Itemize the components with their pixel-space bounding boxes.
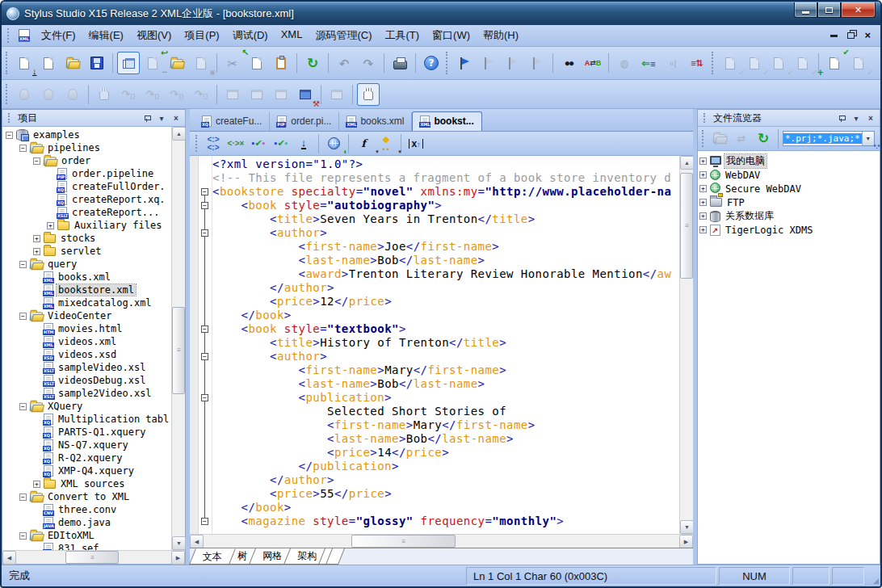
- project-tree-item[interactable]: −XQuery: [4, 400, 171, 413]
- project-tree-item[interactable]: −VideoCenter: [4, 309, 171, 322]
- project-tree-item[interactable]: −pipelines: [4, 141, 171, 154]
- panel-grip[interactable]: [8, 113, 12, 123]
- expand-icon[interactable]: +: [33, 248, 40, 255]
- project-tree-item[interactable]: videos.xsd: [4, 348, 171, 361]
- project-tree-item[interactable]: books.xml: [4, 271, 171, 284]
- menu-item[interactable]: 源码管理(C): [309, 26, 378, 45]
- project-tree-item[interactable]: XMP-Q4.xquery: [4, 464, 171, 477]
- project-tree-item[interactable]: createReport.xq.: [4, 193, 171, 206]
- minimize-button[interactable]: [794, 2, 817, 18]
- replace-button[interactable]: A⇄B: [582, 52, 604, 74]
- collapse-icon[interactable]: −: [19, 494, 27, 501]
- mdi-restore-icon[interactable]: [847, 32, 855, 39]
- project-tree-item[interactable]: −examples: [4, 128, 171, 141]
- editor-vertical-scrollbar[interactable]: ▲ ≡ ▼: [679, 156, 693, 534]
- project-tree-item[interactable]: +XML sources: [4, 477, 171, 490]
- fold-marker[interactable]: −: [201, 188, 208, 195]
- expand-icon[interactable]: +: [699, 185, 707, 192]
- open-button[interactable]: [61, 52, 84, 74]
- scroll-down-icon[interactable]: ▼: [680, 520, 694, 534]
- fold-marker[interactable]: −: [201, 353, 208, 360]
- project-tree-item[interactable]: sampleVideo.xsl: [4, 361, 171, 374]
- goto-definition-button[interactable]: ⇐≡: [637, 52, 660, 74]
- project-tree-item[interactable]: bookstore.xml: [4, 284, 171, 296]
- project-tree-horizontal-scrollbar[interactable]: ◀ ≡ ▶: [2, 550, 185, 564]
- project-tree-item[interactable]: three.conv: [4, 503, 171, 516]
- explorer-tree-item[interactable]: +FTP: [699, 195, 880, 209]
- scroll-right-icon[interactable]: ▶: [679, 535, 693, 548]
- project-tree-item[interactable]: order.pipeline: [4, 167, 171, 180]
- function-menu-button[interactable]: f▼: [353, 133, 374, 153]
- expand-icon[interactable]: +: [699, 171, 707, 178]
- project-tree-item[interactable]: createFullOrder.: [4, 180, 171, 193]
- menu-item[interactable]: 视图(V): [130, 26, 178, 45]
- preview-in-browser-button[interactable]: ◖: [323, 133, 344, 153]
- menu-item[interactable]: 文件(F): [35, 26, 82, 45]
- project-tree-item[interactable]: 831.sef: [4, 542, 171, 550]
- toggle-bookmark-button[interactable]: [453, 52, 476, 74]
- project-tree-item[interactable]: mixedcatalog.xml: [4, 296, 171, 309]
- mode-tab-文本[interactable]: 文本: [189, 548, 236, 565]
- pretty-print-button[interactable]: <:><:>: [203, 133, 224, 153]
- expand-icon[interactable]: +: [33, 235, 40, 242]
- menu-item[interactable]: XML: [275, 26, 309, 45]
- cascade-windows-button[interactable]: [117, 52, 140, 74]
- scroll-up-icon[interactable]: ▲: [172, 127, 186, 141]
- explorer-tree-item[interactable]: +关系数据库: [699, 209, 880, 223]
- menu-item[interactable]: 工具(T): [378, 26, 426, 45]
- save-dtd-button[interactable]: ↓: [293, 133, 314, 153]
- fold-marker[interactable]: −: [201, 326, 208, 333]
- project-tree-item[interactable]: −query: [4, 258, 171, 271]
- editor-horizontal-scrollbar[interactable]: ◀ ≡ ▶: [190, 534, 693, 548]
- menu-item[interactable]: 编辑(E): [82, 26, 130, 45]
- project-tree-item[interactable]: −order: [4, 154, 171, 167]
- toolbar-grip[interactable]: [446, 52, 450, 74]
- toolbar-grip[interactable]: [7, 28, 11, 43]
- project-tree-item[interactable]: demo.java: [4, 516, 171, 529]
- project-tree-item[interactable]: Multiplication tabl: [4, 413, 171, 426]
- project-tree-item[interactable]: PARTS-Q1.xquery: [4, 426, 171, 439]
- add-schema-validation-button[interactable]: ✔+: [823, 52, 846, 74]
- fold-marker[interactable]: −: [201, 518, 208, 525]
- save-button[interactable]: [86, 52, 108, 74]
- scroll-up-icon[interactable]: ▲: [680, 156, 694, 170]
- maximize-button[interactable]: [817, 2, 841, 18]
- schema-menu-button[interactable]: ◆▪ ▪▼: [376, 133, 397, 153]
- editor-tab[interactable]: bookst...: [412, 111, 481, 131]
- expand-icon[interactable]: +: [699, 212, 707, 220]
- copy-button[interactable]: ↖: [246, 52, 268, 74]
- explorer-tree-item[interactable]: +我的电脑: [699, 154, 880, 168]
- project-tree-item[interactable]: movies.html: [4, 322, 171, 335]
- collapse-icon[interactable]: −: [19, 261, 27, 268]
- panel-grip[interactable]: [704, 113, 708, 123]
- validate-button[interactable]: ▪✔▪: [248, 133, 269, 153]
- collapse-icon[interactable]: −: [19, 145, 27, 152]
- project-tree-item[interactable]: sample2Video.xsl: [4, 387, 171, 400]
- editor-tab[interactable]: order.pi...: [270, 112, 339, 131]
- scroll-down-icon[interactable]: ▼: [172, 536, 186, 550]
- menu-item[interactable]: 窗口(W): [426, 26, 477, 45]
- validate-all-button[interactable]: ▪✔▪: [271, 133, 292, 153]
- mdi-close-icon[interactable]: ×: [864, 32, 871, 40]
- collapse-icon[interactable]: −: [19, 403, 27, 410]
- project-tree-item[interactable]: R-Q2.xquery: [4, 452, 171, 464]
- toolbar-grip[interactable]: [712, 52, 716, 74]
- import-document-button[interactable]: ↓: [37, 52, 60, 74]
- collapse-icon[interactable]: −: [6, 132, 13, 139]
- fold-marker[interactable]: −: [201, 394, 208, 401]
- pin-icon[interactable]: [141, 112, 153, 124]
- project-tree-vertical-scrollbar[interactable]: ▲ ≡ ▼: [171, 127, 185, 550]
- open-in-window-button[interactable]: ↩: [166, 52, 188, 74]
- expand-icon[interactable]: +: [699, 199, 707, 206]
- project-tree-item[interactable]: videos.xml: [4, 335, 171, 348]
- scroll-left-icon[interactable]: ◀: [190, 535, 204, 548]
- options-button[interactable]: ⚒: [294, 83, 317, 106]
- mdi-minimize-icon[interactable]: [830, 35, 838, 37]
- explorer-tree-item[interactable]: +WebDAV: [699, 168, 880, 182]
- scroll-left-icon[interactable]: ◀: [2, 551, 16, 565]
- print-button[interactable]: [388, 52, 411, 74]
- panel-close-icon[interactable]: ×: [170, 112, 182, 124]
- project-tree-item[interactable]: −EDItoXML: [4, 529, 171, 542]
- expand-icon[interactable]: +: [47, 222, 54, 229]
- project-tree-item[interactable]: +stocks: [4, 232, 171, 245]
